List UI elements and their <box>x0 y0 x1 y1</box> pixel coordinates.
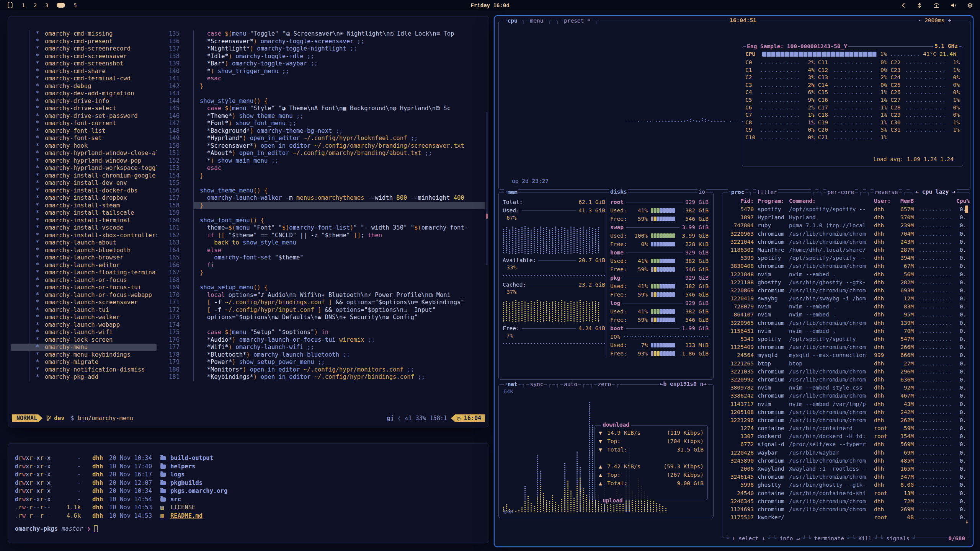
code-line[interactable]: else <box>193 247 485 254</box>
process-row[interactable]: 1156451nvimnvim --embed .dhh70M.........… <box>726 327 966 335</box>
file-row[interactable]: drwxr-xr-x-dhh10 Nov 17:40helpers <box>15 463 483 471</box>
file-item[interactable]: *omarchy-launch-bluetooth <box>11 247 157 254</box>
file-item[interactable]: *omarchy-launch-browser <box>11 254 157 262</box>
process-row[interactable]: 3245890chromium/usr/lib/chromium/chromdh… <box>726 457 966 465</box>
file-item[interactable]: *omarchy-menu-keybindings <box>11 351 157 359</box>
code-line[interactable]: } <box>193 172 485 180</box>
workspace-active[interactable] <box>57 3 65 8</box>
file-item[interactable]: *omarchy-hyprland-window-pop <box>11 157 157 165</box>
code-line[interactable]: } <box>193 83 485 90</box>
file-item[interactable]: *omarchy-install-vscode <box>11 224 157 232</box>
code-line[interactable]: theme=$(menu "Font" "$(omarchy-font-list… <box>193 224 485 232</box>
file-item[interactable]: *omarchy-debug <box>11 83 157 90</box>
file-item[interactable]: *omarchy-launch-or-focus-tui <box>11 284 157 292</box>
file-item[interactable]: *omarchy-install-xbox-controllers <box>11 232 157 240</box>
io-button[interactable]: io <box>697 189 706 195</box>
code-line[interactable]: *Font*) show_font_menu ;; <box>193 120 485 127</box>
process-row[interactable]: 3221044chromium/usr/lib/chromium/chromdh… <box>726 238 966 246</box>
file-item[interactable]: *omarchy-install-dev-env <box>11 179 157 187</box>
file-item[interactable]: *omarchy-menu <box>11 344 157 351</box>
file-item[interactable]: *omarchy-drive-info <box>11 98 157 105</box>
file-item[interactable]: *omarchy-install-terminal <box>11 217 157 225</box>
workspace-1[interactable]: 1 <box>22 2 25 8</box>
process-row[interactable]: 1205108chromium/usr/lib/chromium/chromdh… <box>726 408 966 416</box>
process-scrollbar[interactable] <box>965 205 968 213</box>
process-row[interactable]: 3246145chromium/usr/lib/chromium/chromdh… <box>726 473 966 481</box>
process-row[interactable]: 5343spotify/opt/spotify/spotifydhh547M..… <box>726 335 966 343</box>
code-line[interactable]: *Background*) omarchy-theme-bg-next ;; <box>193 127 485 135</box>
workspace-3[interactable]: 3 <box>45 2 48 8</box>
process-row[interactable]: 3386242chromium/usr/lib/chromium/chromdh… <box>726 392 966 400</box>
code-line[interactable]: omarchy-font-set "$theme" <box>193 254 485 262</box>
file-item[interactable]: *omarchy-install-chromium-google-a <box>11 172 157 180</box>
code-line[interactable] <box>193 90 485 98</box>
footer-key-terminate[interactable]: terminate <box>812 535 846 541</box>
code-line[interactable]: *) show_main_menu ;; <box>193 157 485 165</box>
code-line[interactable]: options="$options\n⊡ Defaults\n⊞ DNS\n✦ … <box>193 314 485 321</box>
code-line[interactable]: *Screensaver*) omarchy-toggle-screensave… <box>193 38 485 46</box>
file-row[interactable]: drwxr-xr-x-dhh20 Nov 10:34pkgs.omarchy.o… <box>15 487 483 496</box>
code-line[interactable]: case $(menu "Toggle" "⧉ Screensaver\n☀ N… <box>193 30 485 38</box>
process-row[interactable]: 1186302MainThre/home/dhh/.local/share/dh… <box>726 246 966 254</box>
cpu-chip-icon[interactable] <box>967 2 973 8</box>
code-line[interactable]: } <box>193 269 485 277</box>
workspace-2[interactable]: 2 <box>33 2 36 8</box>
code-line[interactable]: omarchy-launch-walker -m menus:omarchyth… <box>193 194 485 202</box>
code-line[interactable]: show_theme_menu() { <box>193 187 485 195</box>
interface-selector[interactable]: ←b enp191s0 n→ <box>659 381 708 387</box>
file-item[interactable]: *omarchy-install-steam <box>11 202 157 210</box>
code-line[interactable]: *Keybindings*) open_in_editor ~/.config/… <box>193 373 485 381</box>
process-row[interactable]: 864107nvimnvim --embed .dhh95M..........… <box>726 311 966 319</box>
chevron-left-icon[interactable] <box>900 2 906 8</box>
file-row[interactable]: drwxr-xr-x-dhh10 Nov 14:54src <box>15 496 483 504</box>
process-row[interactable]: 3220992chromium/usr/lib/chromium/chromdh… <box>726 376 966 384</box>
code-line[interactable]: *Nightlight*) omarchy-toggle-nightlight … <box>193 45 485 53</box>
sort-selector[interactable]: ← cpu lazy → <box>914 189 957 195</box>
file-item[interactable]: *omarchy-launch-or-focus-webapp <box>11 292 157 299</box>
code-line[interactable]: show_style_menu() { <box>193 98 485 105</box>
process-row[interactable]: 3809782nvimnvim --embed style.cssdhh92M.… <box>726 384 966 392</box>
file-item[interactable]: *omarchy-font-current <box>11 120 157 127</box>
code-line[interactable] <box>193 321 485 329</box>
file-item[interactable]: *omarchy-install-tailscale <box>11 209 157 217</box>
per-core-button[interactable]: per-core <box>826 189 855 195</box>
code-line[interactable]: [ -f ~/.config/hypr/input.conf ] && opti… <box>193 306 485 314</box>
code-line[interactable]: local options="♪ Audio\n≋ Wifi\n∗ Blueto… <box>193 292 485 299</box>
proc-panel-title[interactable]: proc <box>731 189 745 195</box>
process-row[interactable]: 1221188ghostty/usr/bin/ghostty --gtk-dhh… <box>726 279 966 287</box>
app-launcher-icon[interactable] <box>7 2 13 8</box>
process-row[interactable]: 1221848nvimnvim --embed .dhh56M.........… <box>726 271 966 279</box>
code-line[interactable]: if [[ "$theme" == "CNCLD" || -z "$theme"… <box>193 232 485 240</box>
process-row[interactable]: 5998ghostty/usr/bin/ghostty --gtk-dhh8.0… <box>726 481 966 489</box>
update-interval[interactable]: - 2000ms + <box>917 17 952 23</box>
code-line[interactable]: case $(menu "Setup" "$options") in <box>193 329 485 336</box>
code-line[interactable]: show_setup_menu() { <box>193 284 485 292</box>
volume-icon[interactable] <box>950 2 957 8</box>
file-item[interactable]: *omarchy-lock-screen <box>11 336 157 344</box>
code-line[interactable]: } <box>193 202 485 210</box>
footer-key-signals[interactable]: signals <box>885 535 911 541</box>
file-row[interactable]: .rw-r--r--1.1kdhh10 Nov 14:53▤LICENSE <box>15 504 483 512</box>
file-item[interactable]: *omarchy-launch-or-focus <box>11 277 157 284</box>
file-item[interactable]: *omarchy-cmd-terminal-cwd <box>11 75 157 83</box>
sync-button[interactable]: sync <box>529 381 544 387</box>
process-row[interactable]: 3221035chromium/usr/lib/chromium/chromdh… <box>726 368 966 376</box>
file-item[interactable]: *omarchy-font-list <box>11 127 157 135</box>
footer-key-kill[interactable]: Kill <box>857 535 873 541</box>
process-row[interactable]: 6772signal-d/proc/self/exe --type=rdhh56… <box>726 440 966 448</box>
code-line[interactable]: *) show_trigger_menu ;; <box>193 68 485 75</box>
mem-panel-title[interactable]: mem <box>508 189 518 195</box>
code-line[interactable] <box>193 277 485 284</box>
file-item[interactable]: *omarchy-hyprland-workspace-toggle <box>11 165 157 172</box>
reverse-button[interactable]: reverse <box>874 189 898 195</box>
file-item[interactable]: *omarchy-install-docker-dbs <box>11 187 157 195</box>
scroll-down-icon[interactable]: ↓ <box>965 518 969 525</box>
file-item[interactable]: *omarchy-drive-set-password <box>11 112 157 120</box>
disks-title[interactable]: disks <box>609 189 628 195</box>
menu-button[interactable]: menu <box>529 18 544 24</box>
process-row[interactable]: 1175517kworker/root0B..........0.0 <box>726 514 966 522</box>
process-row[interactable]: 3246345chromium/usr/lib/chromium/chromdh… <box>726 497 966 505</box>
code-line[interactable]: *Monitors*) open_in_editor ~/.config/hyp… <box>193 366 485 374</box>
file-item[interactable]: *omarchy-drive-select <box>11 105 157 112</box>
file-item[interactable]: *omarchy-notification-dismiss <box>11 366 157 374</box>
